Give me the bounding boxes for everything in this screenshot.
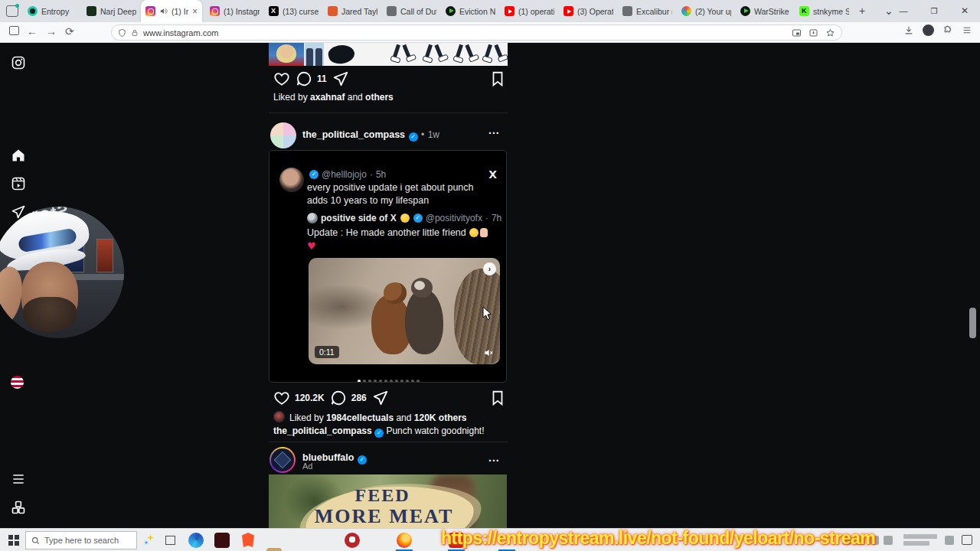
window-minimize-button[interactable]: — [888,0,919,22]
previous-post-image[interactable] [269,43,508,66]
quoted-tweet[interactable]: positive side of X ✓ @positivityofx · 7h… [307,213,503,364]
taskbar-app-darkred-icon[interactable] [214,533,230,548]
tab-curse[interactable]: (13) curse - S [264,0,323,22]
post-media-tweet-embed[interactable]: ✓ @helllojojo · 5h X every positive upda… [269,150,507,383]
post-author-row[interactable]: the_political_compass ✓ • 1w [302,127,439,142]
extensions-icon[interactable] [942,25,953,35]
gray-favicon [622,6,632,16]
new-tab-button[interactable]: + [859,5,865,17]
ad-author-avatar[interactable] [270,447,296,473]
mute-audio-icon[interactable] [483,347,494,358]
reload-button[interactable]: ⟳ [65,25,74,37]
tab-eviction[interactable]: Eviction Notic [441,0,500,22]
taskbar-edge-icon[interactable] [188,533,204,548]
carousel-dots[interactable] [270,372,507,383]
address-bar[interactable]: www.instagram.com [111,24,842,41]
forward-button[interactable]: → [46,25,57,37]
home-icon[interactable] [11,148,26,163]
start-button[interactable] [8,535,19,546]
comment-count: 11 [317,73,327,84]
tracking-shield-icon[interactable] [118,28,126,37]
liked-by-row[interactable]: Liked by axahnaf and others [273,92,394,103]
share-icon[interactable] [372,390,389,406]
quoted-author-avatar [307,213,318,223]
tab-warstrike[interactable]: WarStrike [736,0,795,22]
x-logo-icon[interactable]: X [488,168,497,181]
post-divider [269,442,508,442]
reels-icon[interactable] [11,176,26,191]
page-scrollbar-thumb[interactable] [969,308,976,338]
photo-woman [269,43,304,66]
post-caption: the_political_compass ✓ Punch watch good… [273,425,485,438]
post-options-button[interactable]: ... [488,452,500,464]
browser-profile-avatar[interactable] [923,24,934,36]
url-text[interactable]: www.instagram.com [143,28,787,37]
tab-kick-stream[interactable]: stnkyme Strea [795,0,854,22]
tab-audio-icon[interactable] [159,7,168,15]
tweet-author-row[interactable]: ✓ @helllojojo · 5h [309,169,386,180]
tab-call-of-duty[interactable]: Call of Duty N [382,0,441,22]
youtube-favicon [505,6,514,16]
photo-two-men [305,43,324,66]
bookmark-icon[interactable] [489,70,506,87]
comment-icon[interactable] [330,390,347,406]
bookmark-star-icon[interactable] [825,28,835,37]
comment-icon[interactable] [296,70,312,87]
ad-image[interactable]: FEED MORE MEAT [269,474,507,528]
profile-avatar[interactable] [11,376,24,389]
tab-jared-taylor[interactable]: Jared Taylor | [323,0,382,22]
taskbar-app-red-icon[interactable] [345,533,360,548]
tweet-author-avatar[interactable] [279,168,304,192]
tab-operation-1[interactable]: (1) operation [500,0,559,22]
tab-close-icon[interactable]: × [192,7,198,16]
browser-menu-icon[interactable] [962,25,972,35]
menu-hamburger-icon[interactable] [11,471,26,487]
walking-legs [390,44,416,65]
tab-narj[interactable]: Narj Deepslic [82,0,141,22]
post-author-avatar[interactable] [270,122,296,148]
share-icon[interactable] [332,70,349,87]
tab-excalibur[interactable]: Excalibur (19 [618,0,677,22]
taskbar-firefox-icon[interactable] [397,533,412,548]
bookmark-icon[interactable] [489,390,506,406]
window-maximize-button[interactable]: ❐ [919,0,949,22]
tray-icon[interactable] [945,536,954,545]
window-close-button[interactable]: ✕ [949,0,980,22]
tab-entropy[interactable]: Entropy [23,0,82,22]
tab-operation-3[interactable]: (3) Operation [559,0,618,22]
lock-icon[interactable] [131,28,139,37]
like-heart-icon[interactable] [273,390,290,406]
notification-center-icon[interactable] [962,535,972,545]
tab-instagram-active[interactable]: (1) Inst × [141,0,202,22]
split-window-icon[interactable] [9,26,19,35]
monkey-video[interactable]: 0:11 › [309,258,500,364]
green-play-favicon [446,6,456,16]
like-heart-icon[interactable] [273,70,290,87]
back-button[interactable]: ← [27,25,38,37]
liked-by-row[interactable]: Liked by 1984cellectuals and 120K others [289,412,467,423]
install-app-icon[interactable] [808,28,818,37]
liker-mini-avatar[interactable] [273,411,285,422]
picture-in-picture-icon[interactable] [792,28,802,37]
x-favicon [269,6,279,16]
taskbar-app-tan-icon[interactable] [266,548,282,551]
copilot-icon[interactable] [144,533,157,546]
green-play-favicon [740,6,750,16]
taskbar-search-box[interactable]: Type here to search [25,531,137,549]
downloads-icon[interactable] [903,25,914,35]
walking-legs [482,44,508,65]
instagram-logo-icon[interactable] [11,55,26,70]
tab-your-uploads[interactable]: (2) Your uploa [677,0,736,22]
tray-icon[interactable] [884,536,893,545]
instagram-favicon [210,6,220,16]
post-options-button[interactable]: ... [488,124,500,136]
taskbar-clock[interactable] [903,534,937,548]
task-view-icon[interactable] [165,536,175,545]
meta-apps-icon[interactable] [11,500,26,515]
taskbar-brave-icon[interactable] [240,533,256,548]
tab-manager-icon[interactable] [6,5,18,17]
tab-instagram-2[interactable]: (1) Instagram [205,0,264,22]
youtube-favicon [564,6,573,16]
carousel-next-button[interactable]: › [483,262,496,276]
browser-toolbar: ← → ⟳ www.instagram.com [0,22,980,43]
